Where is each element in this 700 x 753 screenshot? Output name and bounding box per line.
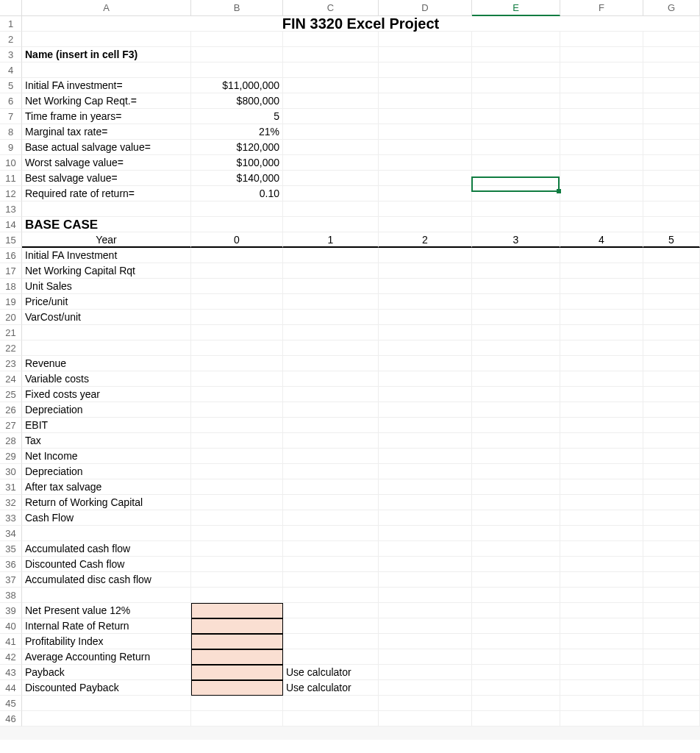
cell-G41[interactable]	[643, 634, 700, 649]
row-header-33[interactable]: 33	[0, 510, 22, 526]
cell-B2[interactable]	[191, 32, 283, 47]
cell-F34[interactable]	[560, 526, 643, 541]
cell-F23[interactable]	[560, 356, 643, 371]
cell-B45[interactable]	[191, 696, 283, 711]
cell-E9[interactable]	[472, 140, 560, 155]
cell-B27[interactable]	[191, 418, 283, 433]
cell-G35[interactable]	[643, 541, 700, 557]
cell-F7[interactable]	[560, 109, 643, 124]
cell-C33[interactable]	[283, 510, 379, 526]
input-value[interactable]: $800,000	[191, 93, 283, 109]
cell-F35[interactable]	[560, 541, 643, 557]
cell-E43[interactable]	[472, 665, 560, 680]
cell-B30[interactable]	[191, 464, 283, 479]
row-header-28[interactable]: 28	[0, 433, 22, 449]
cell-C37[interactable]	[283, 572, 379, 588]
metric-label[interactable]: Discounted Payback	[22, 680, 191, 696]
cell-D7[interactable]	[379, 109, 472, 124]
cell-F27[interactable]	[560, 418, 643, 433]
cell-A46[interactable]	[22, 711, 191, 727]
cell-G39[interactable]	[643, 603, 700, 618]
cell-G46[interactable]	[643, 711, 700, 727]
cell-E25[interactable]	[472, 387, 560, 402]
cell-C26[interactable]	[283, 402, 379, 418]
cell-B38[interactable]	[191, 588, 283, 603]
cell-E37[interactable]	[472, 572, 560, 588]
cell-F31[interactable]	[560, 479, 643, 495]
cell-B13[interactable]	[191, 201, 283, 217]
cell-F17[interactable]	[560, 263, 643, 279]
cell-D29[interactable]	[379, 449, 472, 464]
cell-C19[interactable]	[283, 294, 379, 310]
metric-label[interactable]: Average Accounting Return	[22, 649, 191, 665]
cell-D21[interactable]	[379, 325, 472, 340]
metric-value[interactable]	[191, 634, 283, 649]
cell-E40[interactable]	[472, 618, 560, 634]
cell-A34[interactable]	[22, 526, 191, 541]
cell-B25[interactable]	[191, 387, 283, 402]
cell-D17[interactable]	[379, 263, 472, 279]
cell-G8[interactable]	[643, 124, 700, 140]
cell-B20[interactable]	[191, 310, 283, 325]
cell-D19[interactable]	[379, 294, 472, 310]
metric-note[interactable]: Use calculator	[283, 680, 379, 696]
row-header-46[interactable]: 46	[0, 711, 22, 727]
cell-F33[interactable]	[560, 510, 643, 526]
row-header-38[interactable]: 38	[0, 588, 22, 603]
cell-C22[interactable]	[283, 340, 379, 356]
input-value[interactable]: 5	[191, 109, 283, 124]
cell-C9[interactable]	[283, 140, 379, 155]
year-2[interactable]: 2	[379, 232, 472, 248]
cell-E36[interactable]	[472, 557, 560, 572]
cell-G13[interactable]	[643, 201, 700, 217]
line-item[interactable]: Discounted Cash flow	[22, 557, 191, 572]
cell-B36[interactable]	[191, 557, 283, 572]
cell-G5[interactable]	[643, 78, 700, 93]
cell-B31[interactable]	[191, 479, 283, 495]
cell-G31[interactable]	[643, 479, 700, 495]
cell-D24[interactable]	[379, 371, 472, 387]
line-item[interactable]: After tax salvage	[22, 479, 191, 495]
cell-E44[interactable]	[472, 680, 560, 696]
cell-F6[interactable]	[560, 93, 643, 109]
cell-B46[interactable]	[191, 711, 283, 727]
cell-B17[interactable]	[191, 263, 283, 279]
row-header-6[interactable]: 6	[0, 93, 22, 109]
metric-label[interactable]: Payback	[22, 665, 191, 680]
metric-value[interactable]	[191, 665, 283, 680]
row-header-22[interactable]: 22	[0, 340, 22, 356]
cell-A45[interactable]	[22, 696, 191, 711]
cell-G18[interactable]	[643, 279, 700, 294]
cell-E46[interactable]	[472, 711, 560, 727]
cell-B19[interactable]	[191, 294, 283, 310]
cell-E6[interactable]	[472, 93, 560, 109]
cell-G23[interactable]	[643, 356, 700, 371]
metric-note[interactable]	[283, 649, 379, 665]
cell-C29[interactable]	[283, 449, 379, 464]
row-header-2[interactable]: 2	[0, 32, 22, 47]
row-header-40[interactable]: 40	[0, 618, 22, 634]
cell-G9[interactable]	[643, 140, 700, 155]
cell-C4[interactable]	[283, 63, 379, 78]
cell-E22[interactable]	[472, 340, 560, 356]
cell-B21[interactable]	[191, 325, 283, 340]
cell-F8[interactable]	[560, 124, 643, 140]
cell-B28[interactable]	[191, 433, 283, 449]
line-item[interactable]: Unit Sales	[22, 279, 191, 294]
cell-B32[interactable]	[191, 495, 283, 510]
cell-G10[interactable]	[643, 155, 700, 171]
cell-D35[interactable]	[379, 541, 472, 557]
cell-B35[interactable]	[191, 541, 283, 557]
cell-G43[interactable]	[643, 665, 700, 680]
cell-C21[interactable]	[283, 325, 379, 340]
cell-E17[interactable]	[472, 263, 560, 279]
cell-G33[interactable]	[643, 510, 700, 526]
metric-note[interactable]	[283, 618, 379, 634]
cell-F20[interactable]	[560, 310, 643, 325]
line-item[interactable]: Variable costs	[22, 371, 191, 387]
row-header-24[interactable]: 24	[0, 371, 22, 387]
cell-A13[interactable]	[22, 201, 191, 217]
row-header-11[interactable]: 11	[0, 171, 22, 186]
input-label[interactable]: Worst salvage value=	[22, 155, 191, 171]
cell-G27[interactable]	[643, 418, 700, 433]
